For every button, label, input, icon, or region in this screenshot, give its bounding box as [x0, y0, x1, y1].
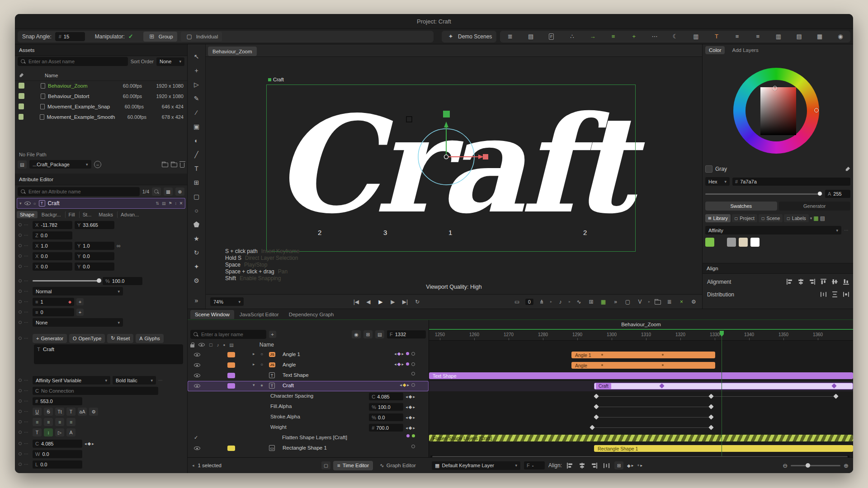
scene-button[interactable]: ▢Scene	[759, 214, 783, 222]
selected-item-header[interactable]: ▾ ○ T Craft ⇅ ▤ ⚑ ↕ ×	[17, 198, 185, 209]
alpha-value[interactable]: 255	[833, 191, 841, 197]
connection-socket[interactable]	[19, 389, 22, 392]
repeat-tool-icon[interactable]: ↻	[192, 248, 201, 257]
row-menu-icon[interactable]: ⋯	[24, 430, 30, 435]
star-tool-icon[interactable]: ★	[192, 234, 201, 243]
caret-icon[interactable]: ▸	[569, 300, 571, 304]
output-socket[interactable]	[411, 352, 415, 356]
clear-filter-icon[interactable]: ⊗	[175, 188, 184, 196]
layer-name[interactable]: Craft	[283, 383, 294, 388]
add-button[interactable]: +	[76, 309, 84, 316]
next-keyframe-icon[interactable]: ▸	[407, 383, 409, 387]
row-menu-icon[interactable]: ⋯	[24, 451, 30, 456]
sort-order-dropdown[interactable]: None ▾	[156, 57, 184, 66]
panel-icon[interactable]: ▤	[162, 201, 166, 206]
tab-color[interactable]: Color	[705, 46, 725, 54]
z-field[interactable]: Z0.0	[33, 231, 72, 239]
polygon-tool-icon[interactable]	[192, 220, 201, 229]
align-text-right-icon[interactable]: ≡	[55, 418, 64, 426]
eye-icon[interactable]	[194, 362, 200, 368]
expand-icon[interactable]: ↕	[175, 201, 177, 206]
dots-grid-icon[interactable]: ≣	[505, 32, 514, 42]
layer-color-chip[interactable]	[227, 446, 235, 451]
tab-advanced[interactable]: Advan...	[117, 211, 142, 218]
stack-order-value[interactable]: 0	[40, 310, 43, 315]
keyframe-nav[interactable]: ◂◆▸	[85, 441, 94, 446]
connection-socket[interactable]	[19, 452, 22, 455]
export-arrow-icon[interactable]: →	[588, 32, 597, 42]
effect-dropdown[interactable]: None▾	[33, 318, 123, 327]
clip-bar[interactable]: Angle	[571, 362, 715, 369]
connection-socket[interactable]	[19, 244, 22, 247]
shy-column-icon[interactable]: ▢	[209, 343, 213, 347]
sv-picker-handle[interactable]	[773, 86, 777, 90]
layer-name[interactable]: Text Shape	[283, 372, 309, 378]
eye-icon[interactable]	[194, 373, 200, 378]
font-size-value[interactable]: 553.0	[40, 399, 53, 404]
skew-y-field[interactable]: Y0.0	[75, 252, 114, 260]
layer-row-flatten[interactable]: ✓ Flatten Shape Layers [Craft]	[188, 433, 429, 443]
collection-more-icon[interactable]: ⋯	[844, 228, 850, 233]
swatch[interactable]	[727, 238, 736, 247]
position-y-field[interactable]: Y33.665	[75, 221, 114, 229]
tab-add-layers[interactable]: Add Layers	[728, 46, 762, 54]
attribute-editor-header[interactable]: Attribute Editor	[15, 174, 187, 185]
align-text-justify-icon[interactable]: ≡	[66, 418, 75, 426]
prev-keyframe-icon[interactable]: ◂	[394, 362, 396, 366]
position-x-field[interactable]: X-11.782	[33, 221, 72, 229]
layer-row-craft[interactable]: ▾ ● T Craft ◂◆▸	[188, 381, 429, 391]
row-menu-icon[interactable]: ⋯	[24, 378, 30, 383]
expand-icon[interactable]: ▸	[253, 362, 255, 366]
levels-icon[interactable]: ≡	[609, 32, 618, 42]
motion-path-icon[interactable]: ∿	[575, 297, 583, 306]
layer-row-angle1[interactable]: ▸ ○ JS Angle 1 ◂◆▸	[188, 350, 429, 360]
prev-keyframe-icon[interactable]: ◂	[406, 415, 408, 420]
pen-tool-icon[interactable]: ✎	[192, 94, 201, 103]
keyframe-diamond-icon[interactable]: ◆	[409, 415, 412, 420]
property-value[interactable]: 100.0	[378, 404, 391, 410]
prev-keyframe-icon[interactable]: ◂	[85, 441, 87, 446]
grid-icon[interactable]: ▦	[815, 32, 824, 42]
folder-open-icon[interactable]	[171, 163, 177, 167]
camera-tool-icon[interactable]: ▣	[192, 122, 201, 131]
snap-angle-value[interactable]: 15	[64, 34, 69, 39]
row-menu-icon[interactable]: ⋯	[24, 299, 30, 304]
fill-tool-icon[interactable]: ◐	[192, 136, 201, 145]
manipulator-check-icon[interactable]: ✓	[128, 33, 133, 40]
property-value-field[interactable]: C4.085	[369, 393, 403, 400]
property-value-field[interactable]: #700.0	[369, 424, 403, 432]
chevron-left-icon[interactable]: ◂	[192, 463, 194, 468]
folder-icon[interactable]	[162, 163, 168, 167]
clear-cache-icon[interactable]: ×	[678, 297, 685, 306]
asset-row[interactable]: Movement_Example_Smooth 60.00fps 678 x 4…	[15, 112, 187, 122]
previous-frame-button[interactable]: ◀	[364, 297, 372, 306]
link-icon[interactable]: ∞	[117, 243, 121, 249]
time-editor-tab[interactable]: ≡Time Editor	[333, 461, 373, 470]
tab-swatches[interactable]: Swatches	[705, 202, 777, 211]
connection-socket[interactable]	[19, 265, 22, 268]
fullscreen-icon[interactable]: ▢	[624, 297, 632, 306]
skip-to-start-button[interactable]: |◀	[352, 297, 360, 306]
eyedropper-icon[interactable]	[844, 166, 850, 172]
connection-socket[interactable]	[19, 300, 22, 303]
filter-film-icon[interactable]: ◉	[352, 330, 361, 338]
distribute-v-icon[interactable]	[830, 290, 839, 299]
keyframe-diamond-icon[interactable]: ◆	[409, 394, 412, 399]
connection-socket[interactable]	[19, 399, 22, 403]
alpha-slider[interactable]	[705, 193, 822, 195]
more-box-icon[interactable]: ⋯	[650, 32, 659, 42]
row-menu-icon[interactable]: ⋯	[24, 264, 30, 269]
viewport-tab[interactable]: Behaviour_Zoom	[208, 47, 257, 56]
row-menu-icon[interactable]: ⋯	[24, 419, 30, 424]
font-size-field[interactable]: #553.0	[33, 397, 82, 405]
color-well[interactable]	[705, 165, 712, 173]
row-menu-icon[interactable]: ⋯	[24, 441, 30, 446]
chevron-right-icon[interactable]: ▸	[641, 463, 643, 468]
char-spacing-value[interactable]: 4.085	[41, 441, 54, 446]
property-value[interactable]: 0.0	[378, 415, 385, 420]
frame-f-icon[interactable]: F	[547, 32, 556, 42]
label-dot[interactable]	[406, 362, 409, 366]
asset-row[interactable]: Behaviour_Zoom 60.00fps 868 x 488	[15, 80, 187, 91]
opacity-slider[interactable]	[33, 280, 100, 282]
asset-swatch[interactable]	[19, 114, 24, 120]
